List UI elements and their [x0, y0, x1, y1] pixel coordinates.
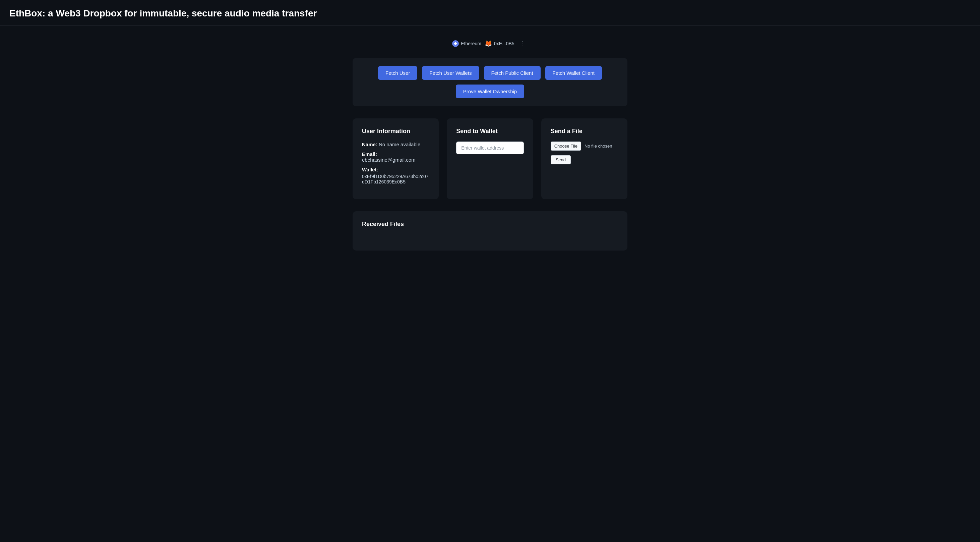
- choose-file-button[interactable]: Choose File: [550, 142, 581, 151]
- received-files-title: Received Files: [362, 221, 618, 228]
- svg-marker-0: [454, 42, 457, 45]
- ethereum-icon: [452, 40, 459, 47]
- user-info-card: User Information Name: No name available…: [353, 118, 439, 199]
- file-input-row: Choose File No file chosen: [550, 142, 618, 151]
- user-email-row: Email: ebchassine@gmail.com: [362, 151, 430, 163]
- email-label: Email:: [362, 151, 377, 157]
- network-label: Ethereum: [461, 41, 481, 46]
- user-info-card-title: User Information: [362, 128, 430, 135]
- wallet-full-address: 0xEf9f1D0b795229A673b02c07dD1Fb126039Ec0…: [362, 174, 430, 185]
- wallet-info-bar: Ethereum 🦊 0xE...0B5 ⋮: [452, 39, 528, 48]
- send-to-wallet-card: Send to Wallet: [447, 118, 533, 199]
- send-to-wallet-title: Send to Wallet: [456, 128, 523, 135]
- received-files-card: Received Files: [353, 211, 627, 250]
- wallet-address-text: 0xE...0B5: [494, 41, 514, 46]
- wallet-address-input[interactable]: [456, 142, 523, 154]
- send-file-title: Send a File: [550, 128, 618, 135]
- wallet-address: 🦊 0xE...0B5: [485, 40, 514, 47]
- name-label: Name:: [362, 142, 377, 147]
- fetch-user-wallets-button[interactable]: Fetch User Wallets: [422, 66, 479, 80]
- email-value: ebchassine@gmail.com: [362, 157, 415, 163]
- fetch-public-client-button[interactable]: Fetch Public Client: [484, 66, 541, 80]
- fox-icon: 🦊: [485, 40, 492, 47]
- wallet-label: Wallet:: [362, 167, 379, 172]
- prove-wallet-ownership-button[interactable]: Prove Wallet Ownership: [456, 84, 524, 98]
- fetch-wallet-client-button[interactable]: Fetch Wallet Client: [545, 66, 602, 80]
- actions-bar: Fetch User Fetch User Wallets Fetch Publ…: [353, 58, 627, 106]
- page-title: EthBox: a Web3 Dropbox for immutable, se…: [10, 8, 970, 19]
- cards-row: User Information Name: No name available…: [353, 118, 627, 199]
- page-content: Ethereum 🦊 0xE...0B5 ⋮ Fetch User Fetch …: [0, 26, 980, 264]
- fetch-user-button[interactable]: Fetch User: [378, 66, 417, 80]
- user-name-row: Name: No name available: [362, 142, 430, 147]
- send-file-card: Send a File Choose File No file chosen S…: [541, 118, 627, 199]
- name-value: No name available: [379, 142, 420, 147]
- menu-dots-icon[interactable]: ⋮: [518, 39, 528, 48]
- no-file-label: No file chosen: [584, 143, 612, 148]
- user-wallet-row: Wallet: 0xEf9f1D0b795229A673b02c07dD1Fb1…: [362, 167, 430, 185]
- send-file-button[interactable]: Send: [550, 155, 571, 164]
- page-header: EthBox: a Web3 Dropbox for immutable, se…: [0, 0, 980, 26]
- wallet-network: Ethereum: [452, 40, 481, 47]
